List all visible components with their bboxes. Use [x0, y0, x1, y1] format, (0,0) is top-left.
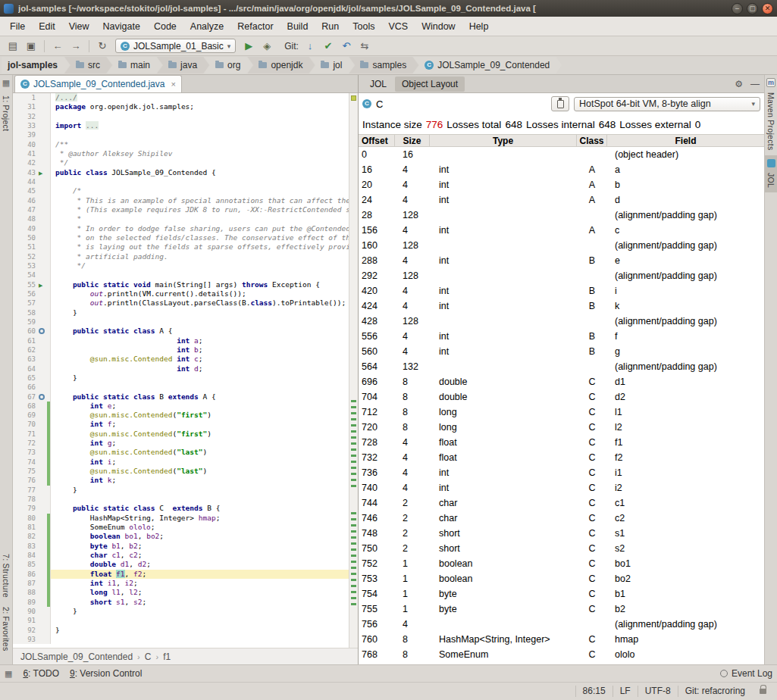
- menu-item-window[interactable]: Window: [415, 21, 462, 32]
- menu-item-refactor[interactable]: Refactor: [230, 21, 280, 32]
- code-line[interactable]: 67 public static class B extends A {: [13, 392, 358, 402]
- code-line[interactable]: 78: [13, 495, 358, 504]
- table-row[interactable]: 7442charCc1: [359, 495, 764, 511]
- code-line[interactable]: 66: [13, 383, 358, 392]
- table-row[interactable]: 7324floatCf2: [359, 450, 764, 465]
- code-line[interactable]: 52 * artificial padding.: [13, 252, 358, 261]
- table-row[interactable]: 7531booleanCbo2: [359, 571, 764, 586]
- code-line[interactable]: 44: [13, 177, 358, 186]
- marker-gutter-icon[interactable]: [39, 394, 45, 400]
- table-row[interactable]: 7551byteCb2: [359, 602, 764, 617]
- table-row[interactable]: 7208longCl2: [359, 420, 764, 435]
- code-line[interactable]: 40/**: [13, 140, 358, 149]
- save-all-icon[interactable]: ▣: [23, 40, 39, 52]
- table-row[interactable]: 6968doubleCd1: [359, 374, 764, 389]
- code-line[interactable]: 89 short s1, s2;: [13, 598, 358, 607]
- code-line[interactable]: 76 int k;: [13, 476, 358, 485]
- code-line[interactable]: 1/.../: [13, 93, 358, 102]
- update-project-icon[interactable]: ↓: [302, 40, 318, 52]
- table-row[interactable]: 7541byteCb1: [359, 586, 764, 602]
- readonly-lock-icon[interactable]: [760, 689, 766, 694]
- code-line[interactable]: 81 SomeEnum ololo;: [13, 523, 358, 532]
- menu-item-code[interactable]: Code: [147, 21, 183, 32]
- code-line[interactable]: 39: [13, 130, 358, 139]
- tool-button-project[interactable]: 1: Project: [2, 91, 11, 136]
- code-line[interactable]: 68 int e;: [13, 402, 358, 411]
- code-line[interactable]: 58 }: [13, 308, 358, 317]
- table-row[interactable]: 7404intCi2: [359, 480, 764, 495]
- editor-tab[interactable]: C JOLSample_09_Contended.java ×: [14, 75, 182, 92]
- breadcrumb-item-jolsample_09_contended[interactable]: CJOLSample_09_Contended: [413, 57, 562, 73]
- vm-select[interactable]: HotSpot 64-bit VM, 8-byte align ▾: [574, 97, 760, 111]
- code-line[interactable]: 72 int g;: [13, 439, 358, 448]
- table-row[interactable]: 7482shortCs1: [359, 526, 764, 541]
- editor-breadcrumb-item[interactable]: f1: [163, 652, 171, 662]
- code-line[interactable]: 64 int d;: [13, 364, 358, 373]
- code-line[interactable]: 54: [13, 270, 358, 280]
- table-row[interactable]: 7521booleanCbo1: [359, 556, 764, 571]
- tool-button-versioncontrol[interactable]: 9: Version Control: [70, 668, 142, 679]
- compare-icon[interactable]: ⇆: [356, 40, 373, 52]
- code-line[interactable]: 71 @sun.misc.Contended("first"): [13, 430, 358, 439]
- tab-jol[interactable]: JOL: [363, 77, 393, 92]
- table-row[interactable]: 7688SomeEnumCololo: [359, 647, 764, 662]
- table-row[interactable]: 5564intBf: [359, 329, 764, 344]
- tool-button-todo[interactable]: 6: TODO: [23, 668, 59, 679]
- code-line[interactable]: 75 @sun.misc.Contended("last"): [13, 467, 358, 476]
- git-branch[interactable]: Git: refacroring: [678, 686, 752, 697]
- code-line[interactable]: 48 *: [13, 214, 358, 223]
- table-row[interactable]: 160128(alignment/padding gap): [359, 238, 764, 253]
- code-line[interactable]: 32: [13, 112, 358, 121]
- back-icon[interactable]: ←: [49, 40, 66, 52]
- table-row[interactable]: 4204intBi: [359, 283, 764, 298]
- table-row[interactable]: 292128(alignment/padding gap): [359, 268, 764, 283]
- run-config-select[interactable]: CJOLSample_01_Basic▾: [115, 39, 236, 53]
- breadcrumb-item-samples[interactable]: samples: [349, 57, 418, 73]
- code-line[interactable]: 56 out.println(VM.current().details());: [13, 289, 358, 298]
- event-log-button[interactable]: Event Log: [720, 668, 772, 679]
- copy-to-clipboard-button[interactable]: [551, 96, 569, 111]
- table-row[interactable]: 4244intBk: [359, 298, 764, 314]
- code-line[interactable]: 65 }: [13, 373, 358, 383]
- tab-object-layout[interactable]: Object Layout: [395, 77, 465, 92]
- table-row[interactable]: 2884intBe: [359, 253, 764, 268]
- menu-item-view[interactable]: View: [62, 21, 96, 32]
- table-row[interactable]: 7564(alignment/padding gap): [359, 617, 764, 632]
- rollback-icon[interactable]: ↶: [338, 40, 355, 52]
- table-row[interactable]: 428128(alignment/padding gap): [359, 314, 764, 329]
- inspection-indicator[interactable]: [351, 95, 356, 101]
- table-row[interactable]: 7048doubleCd2: [359, 389, 764, 405]
- table-row[interactable]: 7462charCc2: [359, 511, 764, 526]
- code-line[interactable]: 88 long l1, l2;: [13, 588, 358, 597]
- editor-breadcrumb-item[interactable]: C: [145, 652, 152, 662]
- table-row[interactable]: 7128longCl1: [359, 405, 764, 420]
- caret-position[interactable]: 86:15: [575, 686, 613, 697]
- code-line[interactable]: 49 * In order to dodge false sharing, us…: [13, 224, 358, 233]
- code-line[interactable]: 45 /*: [13, 186, 358, 195]
- code-line[interactable]: 50 * on the selected fields/classes. The…: [13, 233, 358, 242]
- close-button[interactable]: ✕: [762, 3, 773, 14]
- table-row[interactable]: 1564intAc: [359, 223, 764, 238]
- code-line[interactable]: 60 public static class A {: [13, 327, 358, 336]
- tool-window-switcher-icon[interactable]: ▦: [2, 78, 10, 88]
- gear-icon[interactable]: ⚙: [735, 79, 743, 89]
- tool-button-favorites[interactable]: 2: Favorites: [2, 602, 11, 655]
- commit-icon[interactable]: ✔: [320, 40, 337, 52]
- table-row[interactable]: 7364intCi1: [359, 465, 764, 480]
- code-line[interactable]: 63 @sun.misc.Contended int c;: [13, 355, 358, 364]
- code-line[interactable]: 73 @sun.misc.Contended("last"): [13, 448, 358, 457]
- code-line[interactable]: 69 @sun.misc.Contended("first"): [13, 411, 358, 420]
- breadcrumb-item-main[interactable]: main: [107, 57, 162, 73]
- table-row[interactable]: 204intAb: [359, 177, 764, 192]
- code-line[interactable]: 77 }: [13, 486, 358, 495]
- tool-button-maven-projects[interactable]: mMaven Projects: [765, 75, 777, 155]
- column-header-size[interactable]: Size: [395, 135, 430, 146]
- code-line[interactable]: 86 float f1, f2;: [13, 570, 358, 579]
- code-line[interactable]: 31package org.openjdk.jol.samples;: [13, 102, 358, 111]
- code-line[interactable]: 79 public static class C extends B {: [13, 504, 358, 513]
- code-line[interactable]: 70 int f;: [13, 420, 358, 429]
- menu-item-tools[interactable]: Tools: [346, 21, 381, 32]
- marker-gutter-icon[interactable]: [39, 328, 45, 334]
- menu-item-run[interactable]: Run: [315, 21, 346, 32]
- forward-icon[interactable]: →: [67, 40, 84, 52]
